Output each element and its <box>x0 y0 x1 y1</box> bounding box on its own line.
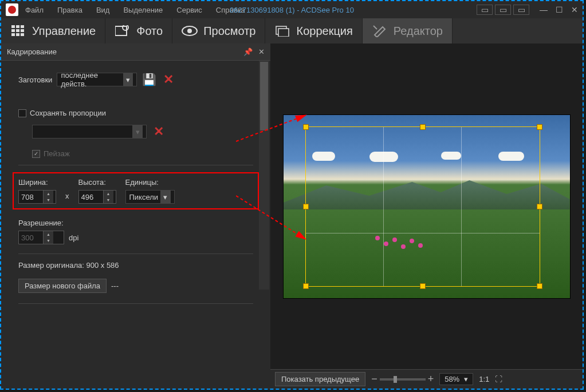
landscape-checkbox[interactable]: ✓ <box>32 150 40 158</box>
svg-rect-14 <box>278 29 289 37</box>
delete-preset-button[interactable]: ✕ <box>161 72 176 87</box>
units-value: Пиксели <box>129 193 159 201</box>
menu-edit[interactable]: Правка <box>57 6 82 14</box>
svg-rect-3 <box>11 29 15 32</box>
eye-icon <box>182 24 198 38</box>
landscape-label: Пейзаж <box>44 149 70 158</box>
tab-develop[interactable]: Коррекция <box>265 18 362 43</box>
one-to-one-button[interactable]: 1:1 <box>479 375 489 383</box>
menu-file[interactable]: Файл <box>25 6 44 14</box>
height-input[interactable] <box>79 191 103 203</box>
svg-rect-2 <box>21 25 24 28</box>
new-size-dash: --- <box>111 282 119 290</box>
preset-label: Заготовки <box>18 76 52 84</box>
width-spinner[interactable]: ▲▼ <box>18 190 56 204</box>
preset-dropdown[interactable]: последнее действ. ▾ <box>57 73 137 86</box>
svg-rect-1 <box>16 25 19 28</box>
tab-develop-label: Коррекция <box>296 25 352 38</box>
sliders-icon <box>274 24 290 38</box>
crop-handle-bc[interactable] <box>420 283 426 289</box>
brush-icon <box>372 24 388 38</box>
width-input[interactable] <box>19 191 43 203</box>
zoom-out-button[interactable]: − <box>371 373 377 385</box>
lock-aspect-checkbox[interactable] <box>18 109 26 117</box>
save-preset-button[interactable]: 💾 <box>141 72 156 87</box>
crop-handle-tl[interactable] <box>303 124 309 130</box>
zoom-in-button[interactable]: + <box>428 373 434 385</box>
spin-up[interactable]: ▲ <box>44 191 53 197</box>
spin-up[interactable]: ▲ <box>44 231 53 237</box>
dpi-label: dpi <box>69 233 78 242</box>
title-bar: Файл Правка Вид Выделение Сервис Справка… <box>1 1 583 18</box>
layout-btn-3[interactable]: ▭ <box>513 5 529 15</box>
crop-handle-mr[interactable] <box>537 204 542 209</box>
preset-value: последнее действ. <box>61 71 123 88</box>
save-icon: 💾 <box>142 73 156 86</box>
height-spinner[interactable]: ▲▼ <box>78 190 116 204</box>
chevron-down-icon: ▾ <box>123 73 133 86</box>
lock-aspect-label: Сохранять пропорции <box>30 109 106 117</box>
spin-down[interactable]: ▼ <box>44 237 53 244</box>
dimensions-highlight: Ширина: ▲▼ x Высота: ▲▼ <box>13 172 259 209</box>
tab-photo-label: Фото <box>136 25 163 38</box>
grid-icon <box>10 24 26 38</box>
svg-rect-6 <box>11 33 15 36</box>
svg-rect-9 <box>115 26 127 35</box>
resolution-spinner[interactable]: ▲▼ <box>18 231 64 244</box>
spin-up[interactable]: ▲ <box>104 191 113 197</box>
width-label: Ширина: <box>18 178 56 187</box>
spin-down[interactable]: ▼ <box>104 197 113 203</box>
new-size-button[interactable]: Размер нового файла <box>18 279 107 293</box>
tab-manage-label: Управление <box>32 25 96 38</box>
delete-icon: ✕ <box>154 124 164 139</box>
panel-close-icon[interactable]: ✕ <box>258 47 265 56</box>
resolution-input[interactable] <box>19 231 43 244</box>
tab-view-label: Просмотр <box>203 25 255 38</box>
chevron-down-icon: ▾ <box>132 125 143 138</box>
delete-icon: ✕ <box>163 72 174 87</box>
svg-rect-5 <box>21 29 24 32</box>
chevron-down-icon: ▾ <box>160 191 171 203</box>
tab-manage[interactable]: Управление <box>1 18 105 43</box>
svg-rect-4 <box>16 29 19 32</box>
crop-handle-tr[interactable] <box>537 124 542 130</box>
photo-icon <box>115 24 131 38</box>
svg-rect-8 <box>21 33 24 36</box>
app-logo <box>6 3 18 16</box>
crop-handle-bl[interactable] <box>303 283 309 289</box>
tab-editor[interactable]: Редактор <box>363 18 453 43</box>
units-dropdown[interactable]: Пиксели ▾ <box>125 190 175 204</box>
tab-editor-label: Редактор <box>394 25 443 38</box>
zoom-dropdown[interactable]: 58% ▾ <box>439 373 473 385</box>
close-button[interactable]: ✕ <box>571 5 578 14</box>
tab-photo[interactable]: Фото <box>105 18 172 43</box>
maximize-button[interactable]: ☐ <box>556 5 563 14</box>
crop-handle-br[interactable] <box>537 283 542 289</box>
show-previous-button[interactable]: Показать предыдущее <box>275 372 365 386</box>
minimize-button[interactable]: — <box>540 5 548 14</box>
svg-rect-7 <box>16 33 19 36</box>
menu-view[interactable]: Вид <box>96 6 110 14</box>
menu-select[interactable]: Выделение <box>123 6 163 14</box>
units-label: Единицы: <box>125 178 175 187</box>
fit-screen-button[interactable]: ⛶ <box>495 375 502 383</box>
layout-btn-2[interactable]: ▭ <box>495 5 511 15</box>
zoom-slider[interactable] <box>380 378 426 381</box>
photo-preview[interactable] <box>284 115 570 298</box>
pin-icon[interactable]: 📌 <box>243 47 253 56</box>
crop-handle-tc[interactable] <box>420 124 426 130</box>
zoom-value: 58% <box>445 375 459 383</box>
spin-down[interactable]: ▼ <box>44 197 53 203</box>
crop-overlay[interactable] <box>305 126 540 287</box>
height-label: Высота: <box>78 178 116 187</box>
canvas-area: Показать предыдущее − + 58% ▾ 1:1 ⛶ <box>270 43 583 389</box>
menu-tools[interactable]: Сервис <box>176 6 202 14</box>
panel-title: Кадрирование <box>7 47 238 56</box>
crop-handle-ml[interactable] <box>303 204 309 209</box>
aspect-dropdown[interactable]: ▾ <box>32 125 147 138</box>
tab-view[interactable]: Просмотр <box>172 18 265 43</box>
svg-rect-0 <box>11 25 15 28</box>
svg-point-12 <box>187 29 192 33</box>
delete-aspect-button[interactable]: ✕ <box>151 124 166 139</box>
layout-btn-1[interactable]: ▭ <box>477 5 493 15</box>
